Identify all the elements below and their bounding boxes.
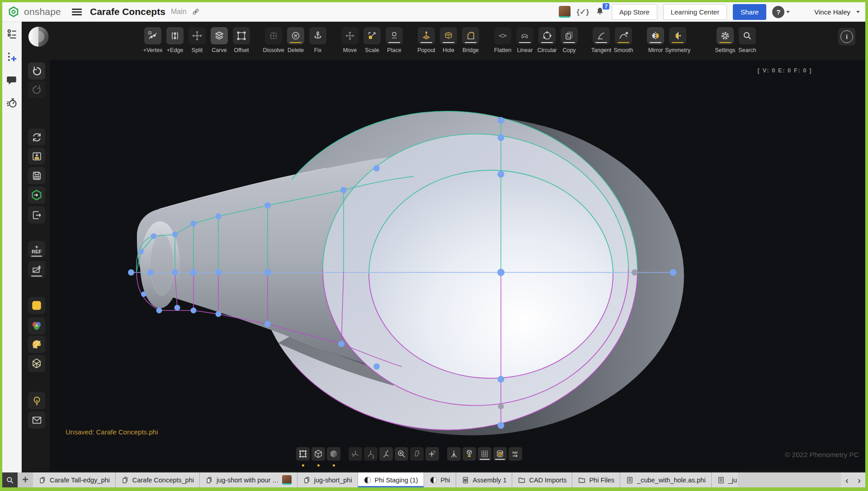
tool-carve[interactable]: Carve: [209, 27, 229, 53]
follow-add-icon[interactable]: [6, 51, 18, 63]
view-y-button[interactable]: y: [364, 447, 377, 461]
tool-scale[interactable]: Scale: [362, 27, 382, 53]
tool-settings[interactable]: Settings: [715, 27, 735, 53]
cage-view-button[interactable]: [296, 447, 310, 461]
pivot-button[interactable]: [462, 447, 476, 461]
tool-flatten[interactable]: Flatten: [493, 27, 513, 53]
help-menu[interactable]: ?: [772, 6, 790, 18]
tool-dissolve[interactable]: Dissolve: [264, 27, 283, 53]
tab-cad-imports[interactable]: CAD Imports: [512, 472, 572, 487]
tab-jug-short[interactable]: jug-short_phi: [297, 472, 358, 487]
tool-move[interactable]: Move: [340, 27, 360, 53]
tool-linear[interactable]: Linear: [515, 27, 535, 53]
tool-place[interactable]: Place: [384, 27, 404, 53]
tool-tangent[interactable]: Tangent: [591, 27, 611, 53]
export-button[interactable]: [28, 206, 45, 224]
turntable-button[interactable]: [493, 447, 507, 461]
tool-bridge[interactable]: Bridge: [461, 27, 481, 53]
tab-phi-files[interactable]: Phi Files: [572, 472, 620, 487]
tool-popout[interactable]: Popout: [416, 27, 436, 53]
tool-add-edge[interactable]: +Edge: [165, 27, 185, 53]
mirror-icon: [650, 30, 661, 41]
copy-icon: [564, 30, 575, 41]
import-icon: [31, 151, 42, 162]
tripod-button[interactable]: [447, 447, 461, 461]
palette-button[interactable]: [28, 336, 45, 353]
color-mix-button[interactable]: [28, 317, 45, 334]
user-name: Vince Haley: [814, 8, 850, 16]
zoom-fit-button[interactable]: [395, 447, 408, 461]
tab-phi[interactable]: Phi: [424, 472, 456, 487]
info-button[interactable]: i: [838, 28, 855, 45]
phi-logo[interactable]: [28, 26, 49, 47]
tab-assembly-1[interactable]: Assembly 1: [456, 472, 513, 487]
app-store-button[interactable]: App Store: [612, 4, 657, 20]
tool-smooth[interactable]: Smooth: [613, 27, 633, 53]
tab-cube-with-hole[interactable]: _cube_with_hole.as.phi: [620, 472, 712, 487]
tool-add-vertex[interactable]: +Vertex: [143, 27, 163, 53]
tab-carafe-tall-edgy[interactable]: Carafe Tall-edgy_phi: [33, 472, 116, 487]
tool-search[interactable]: Search: [737, 27, 757, 53]
import-button[interactable]: [28, 148, 45, 165]
tab-jug-short-with-pour[interactable]: jug-short with pour …: [200, 472, 297, 487]
tool-mirror[interactable]: Mirror: [646, 27, 665, 53]
sync-button[interactable]: [28, 129, 45, 146]
learning-center-button[interactable]: Learning Center: [663, 4, 727, 20]
tool-offset[interactable]: Offset: [231, 27, 251, 53]
save-button[interactable]: [28, 167, 45, 184]
tab-phi-staging[interactable]: Phi Staging (1): [358, 472, 424, 487]
outline-list-icon[interactable]: [6, 28, 18, 40]
xyz-export-button[interactable]: xyz: [509, 447, 522, 461]
view-x-button[interactable]: x: [349, 447, 362, 461]
tool-symmetry[interactable]: Symmetry: [668, 27, 688, 53]
search-icon: [5, 476, 14, 485]
tab-ju-truncated[interactable]: _ju: [712, 472, 738, 487]
add-tab-button[interactable]: +: [18, 472, 33, 487]
redo-button[interactable]: [28, 81, 45, 98]
grid-button[interactable]: [478, 447, 491, 461]
add-view-button[interactable]: [425, 447, 439, 461]
symmetry-icon: [672, 30, 683, 41]
tool-split[interactable]: Split: [187, 27, 207, 53]
tabs-prev-button[interactable]: ‹: [841, 472, 853, 487]
onshape-push-button[interactable]: [28, 186, 45, 204]
tool-fix[interactable]: Fix: [308, 27, 328, 53]
tab-carafe-concepts[interactable]: Carafe Concepts_phi: [116, 472, 200, 487]
phi-sphere-icon: [429, 476, 438, 484]
onshape-side-strip: [2, 22, 22, 472]
shaded-view-button[interactable]: [327, 447, 340, 461]
link-icon[interactable]: [191, 7, 200, 16]
plane-view-button[interactable]: [410, 447, 424, 461]
add-frame-button[interactable]: [28, 261, 45, 278]
user-avatar[interactable]: [796, 5, 808, 18]
undo-button[interactable]: [28, 62, 45, 80]
feature-script-icon[interactable]: {✓}: [576, 7, 589, 17]
user-menu-chevron-icon[interactable]: [856, 11, 860, 13]
carve-icon: [214, 30, 225, 41]
collaborator-avatar[interactable]: [559, 6, 571, 18]
onshape-logo-icon[interactable]: [8, 6, 19, 18]
viewport-3d[interactable]: [22, 22, 865, 472]
popout-icon: [421, 30, 432, 41]
contact-button[interactable]: [28, 411, 45, 429]
tab-search-button[interactable]: [2, 472, 18, 487]
tool-circular[interactable]: Circular: [537, 27, 557, 53]
tool-hole[interactable]: Hole: [439, 27, 458, 53]
comment-icon[interactable]: [6, 74, 18, 86]
tabs-next-button[interactable]: ›: [853, 472, 865, 487]
hamburger-menu-icon[interactable]: [72, 9, 82, 15]
view-z-button[interactable]: z: [379, 447, 393, 461]
material-swatch: [31, 300, 42, 311]
notifications-bell-icon[interactable]: 7: [595, 6, 606, 18]
wireframe-view-button[interactable]: [311, 447, 325, 461]
share-button[interactable]: Share: [733, 4, 766, 20]
tool-delete[interactable]: Delete: [286, 27, 306, 53]
workspace-name[interactable]: Main: [171, 8, 187, 16]
tips-button[interactable]: [28, 392, 45, 409]
add-ref-button[interactable]: +REF: [28, 241, 45, 258]
tool-copy[interactable]: Copy: [559, 27, 579, 53]
material-swatch-button[interactable]: [28, 297, 45, 314]
place-icon: [389, 30, 400, 41]
display-mode-button[interactable]: [28, 355, 45, 372]
history-icon[interactable]: [6, 97, 18, 109]
